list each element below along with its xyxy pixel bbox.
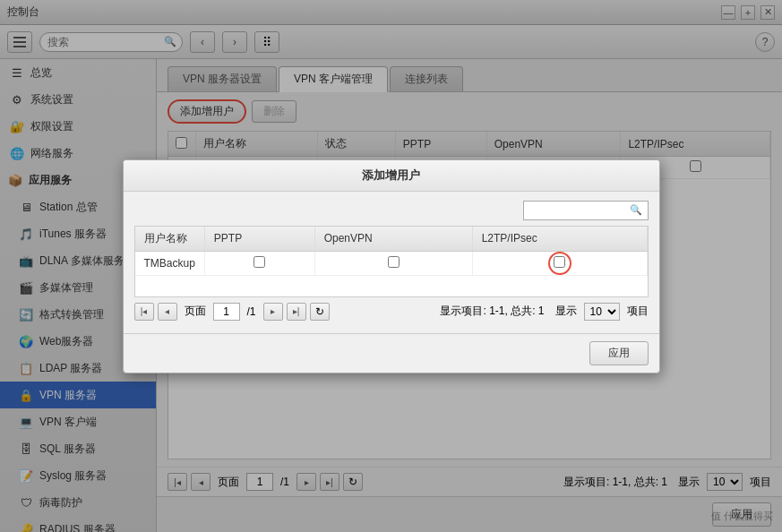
add-user-modal: 添加增用户 🔍 用户名称 PPTP OpenVPN L2TP/IPsec [123,159,660,373]
modal-next-page-button[interactable]: ▸ [263,303,283,321]
modal-row-openvpn-cell [314,251,472,275]
modal-body: 🔍 用户名称 PPTP OpenVPN L2TP/IPsec [124,192,659,333]
modal-table-header-row: 用户名称 PPTP OpenVPN L2TP/IPsec [135,227,648,252]
modal-footer: 应用 [124,333,659,373]
modal-row-username: TMBackup [135,251,205,275]
modal-last-page-button[interactable]: ▸| [287,303,306,321]
modal-row-l2tp-cell [472,251,647,275]
modal-first-page-button[interactable]: |◂ [134,303,154,321]
modal-col-openvpn: OpenVPN [314,227,472,252]
modal-col-l2tp: L2TP/IPsec [472,227,647,252]
modal-table-container: 用户名称 PPTP OpenVPN L2TP/IPsec TMBackup [134,226,649,297]
modal-page-label: 页面 [185,304,206,319]
modal-pptp-checkbox[interactable] [254,256,265,268]
modal-search-input[interactable] [529,204,630,217]
modal-search-box: 🔍 [523,201,649,220]
modal-display-label2: 显示 [555,304,577,319]
modal-search-icon: 🔍 [630,204,642,216]
modal-apply-button[interactable]: 应用 [589,341,649,365]
modal-display-label: 显示项目: 1-1, 总共: 1 [440,304,544,319]
modal-per-page-select[interactable]: 10 20 50 [584,303,620,321]
modal-table-row: TMBackup [135,251,648,275]
modal-overlay: 添加增用户 🔍 用户名称 PPTP OpenVPN L2TP/IPsec [0,0,782,532]
modal-refresh-button[interactable]: ↻ [310,303,330,321]
modal-pagination: |◂ ◂ 页面 /1 ▸ ▸| ↻ 显示项目: 1-1, 总共: 1 显示 10… [134,297,649,324]
modal-row-pptp-cell [204,251,314,275]
modal-openvpn-checkbox[interactable] [388,256,400,268]
modal-page-input[interactable] [213,303,240,321]
modal-table: 用户名称 PPTP OpenVPN L2TP/IPsec TMBackup [135,227,648,276]
modal-col-pptp: PPTP [204,227,314,252]
modal-search-area: 🔍 [134,201,649,220]
modal-l2tp-checkbox[interactable] [554,256,565,268]
modal-col-username: 用户名称 [135,227,205,252]
modal-page-total: /1 [247,305,256,318]
modal-items-label: 项目 [627,304,649,319]
modal-title: 添加增用户 [124,160,659,192]
modal-prev-page-button[interactable]: ◂ [158,303,177,321]
